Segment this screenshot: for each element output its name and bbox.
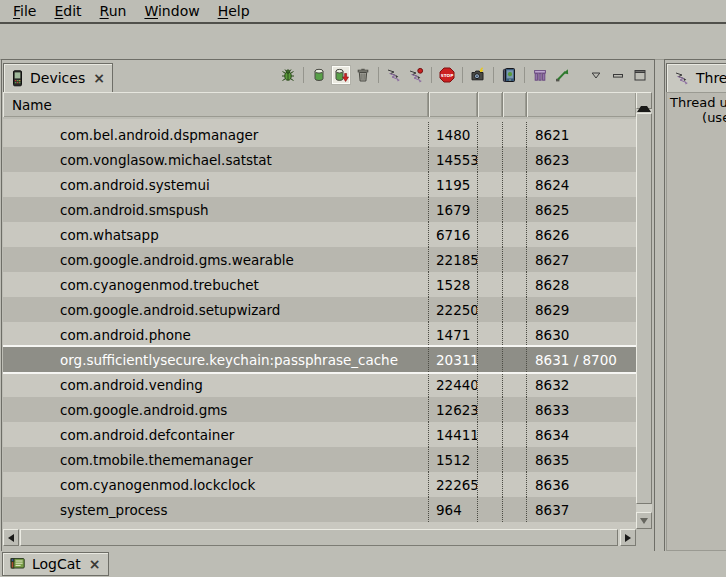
menu-bar: FileEditRunWindowHelp (0, 0, 726, 24)
process-port: 8623 (526, 147, 636, 172)
process-port: 8621 (526, 122, 636, 147)
table-row[interactable]: com.google.android.setupwizard222508629 (3, 297, 636, 322)
process-port: 8628 (526, 272, 636, 297)
horizontal-scrollbar[interactable] (3, 529, 636, 546)
process-name: com.tmobile.thememanager (3, 447, 429, 472)
process-pid: 20311 (428, 347, 477, 372)
process-col4 (502, 297, 526, 322)
process-col4 (502, 172, 526, 197)
maximize-icon[interactable] (630, 65, 650, 85)
process-port: 8629 (526, 297, 636, 322)
process-name: com.whatsapp (3, 222, 429, 247)
menu-window[interactable]: Window (135, 2, 208, 20)
table-row[interactable]: com.google.android.gms.wearable221858627 (3, 247, 636, 272)
process-col4 (502, 222, 526, 247)
process-col3 (477, 122, 502, 147)
tab-threads-label: Threads (696, 70, 726, 86)
process-pid: 1195 (428, 172, 477, 197)
process-pid: 1471 (428, 322, 477, 347)
process-col3 (477, 447, 502, 472)
process-name: org.sufficientlysecure.keychain:passphra… (3, 347, 429, 372)
table-row[interactable]: com.whatsapp67168626 (3, 222, 636, 247)
scroll-up-button[interactable] (636, 92, 652, 109)
vertical-scroll-thumb[interactable] (636, 113, 652, 504)
process-col3 (477, 347, 502, 372)
tab-devices[interactable]: Devices × (3, 63, 113, 92)
process-pid: 6716 (428, 222, 477, 247)
process-col3 (477, 272, 502, 297)
menu-run[interactable]: Run (91, 2, 136, 20)
scroll-right-button[interactable] (620, 529, 636, 546)
process-pid: 964 (428, 497, 477, 522)
method-profiling-icon[interactable] (406, 65, 426, 85)
tab-threads[interactable]: Threads (666, 63, 726, 92)
table-row[interactable]: com.vonglasow.michael.satstat145538623 (3, 147, 636, 172)
table-row[interactable]: com.cyanogenmod.lockclock222658636 (3, 472, 636, 497)
screen-capture-icon[interactable] (468, 65, 488, 85)
close-icon[interactable]: × (91, 70, 105, 86)
process-col3 (477, 247, 502, 272)
systrace-icon[interactable] (530, 65, 550, 85)
process-name: com.cyanogenmod.trebuchet (3, 272, 429, 297)
minimize-icon[interactable] (608, 65, 628, 85)
process-port: 8633 (526, 397, 636, 422)
emulator-icon[interactable] (499, 65, 519, 85)
threads-icon (674, 70, 690, 86)
debug-icon[interactable] (278, 65, 298, 85)
process-name: com.google.android.setupwizard (3, 297, 429, 322)
column-header-name[interactable]: Name (3, 92, 429, 117)
table-row-selected[interactable]: org.sufficientlysecure.keychain:passphra… (3, 347, 636, 372)
cause-gc-icon[interactable] (353, 65, 373, 85)
table-row[interactable]: com.tmobile.thememanager15128635 (3, 447, 636, 472)
process-name: com.android.smspush (3, 197, 429, 222)
horizontal-scroll-thumb[interactable] (20, 529, 618, 546)
threads-view: Threads Thread updates not enabled for s… (664, 59, 726, 553)
close-icon[interactable]: × (87, 556, 101, 572)
process-col3 (477, 422, 502, 447)
table-row[interactable]: system_process9648637 (3, 497, 636, 522)
process-col3 (477, 472, 502, 497)
process-name: com.vonglasow.michael.satstat (3, 147, 429, 172)
view-menu-icon[interactable] (586, 65, 606, 85)
table-row[interactable]: com.android.phone14718630 (3, 322, 636, 347)
process-port: 8626 (526, 222, 636, 247)
column-header-3[interactable] (478, 92, 503, 117)
menu-edit[interactable]: Edit (45, 2, 90, 20)
hierarchy-icon[interactable] (552, 65, 572, 85)
process-col4 (502, 197, 526, 222)
menu-file[interactable]: File (4, 2, 45, 20)
threads-message-line2: (use toolbar button to enable) (667, 110, 726, 125)
table-row[interactable]: com.android.defcontainer144118634 (3, 422, 636, 447)
process-col3 (477, 372, 502, 397)
process-col3 (477, 497, 502, 522)
table-row[interactable]: com.bel.android.dspmanager14808621 (3, 122, 636, 147)
column-header-4[interactable] (503, 92, 527, 117)
process-port: 8637 (526, 497, 636, 522)
table-row[interactable]: com.google.android.gms126238633 (3, 397, 636, 422)
menu-help[interactable]: Help (209, 2, 259, 20)
stop-process-icon[interactable]: STOP (437, 65, 457, 85)
process-port: 8624 (526, 172, 636, 197)
update-heap-icon[interactable] (309, 65, 329, 85)
process-pid: 14553 (428, 147, 477, 172)
update-threads-icon[interactable] (384, 65, 404, 85)
table-row[interactable]: com.android.systemui11958624 (3, 172, 636, 197)
table-row[interactable]: com.android.vending224408632 (3, 372, 636, 397)
column-header-port[interactable] (527, 92, 636, 117)
scroll-down-button[interactable] (636, 512, 652, 529)
scroll-left-button[interactable] (3, 529, 19, 546)
tab-logcat[interactable]: LogCat × (2, 552, 109, 576)
process-col3 (477, 322, 502, 347)
vertical-scrollbar[interactable] (636, 92, 652, 529)
dump-hprof-icon[interactable] (331, 65, 351, 85)
column-header-pid[interactable] (429, 92, 478, 117)
process-col4 (502, 372, 526, 397)
toolbar-separator (378, 67, 379, 83)
table-row[interactable]: com.android.smspush16798625 (3, 197, 636, 222)
process-port: 8635 (526, 447, 636, 472)
toolbar-separator (462, 67, 463, 83)
table-row[interactable]: com.cyanogenmod.trebuchet15288628 (3, 272, 636, 297)
process-col3 (477, 397, 502, 422)
process-col3 (477, 147, 502, 172)
process-name: system_process (3, 497, 429, 522)
